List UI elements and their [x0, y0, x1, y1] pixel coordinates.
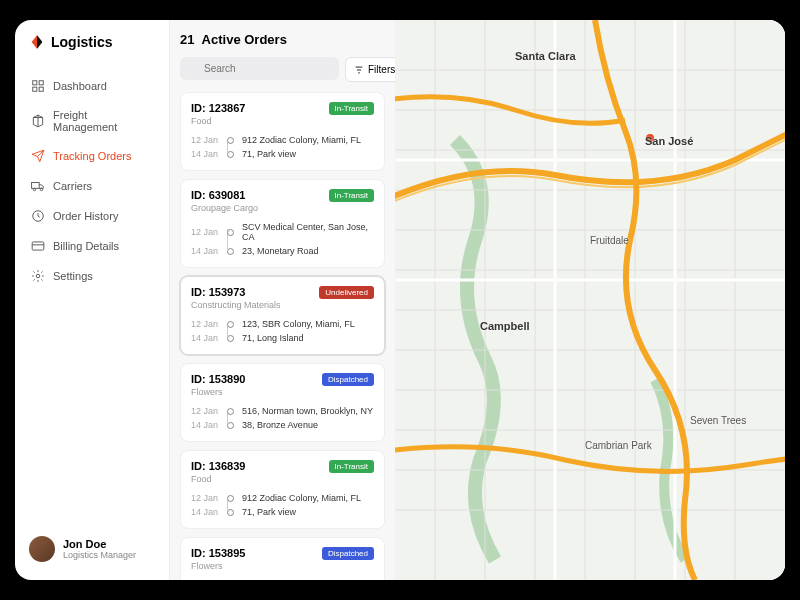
sidebar-item-freight-management[interactable]: Freight Management	[25, 102, 159, 140]
dot-icon	[227, 335, 234, 342]
dot-icon	[227, 495, 234, 502]
dot-icon	[227, 229, 234, 236]
route: 12 Jan311, geralt town, Brooklyn, NY14 J…	[191, 578, 374, 580]
order-type: Flowers	[191, 561, 374, 571]
map-label: Fruitdale	[590, 235, 629, 246]
order-card[interactable]: ID: 153890DispatchedFlowers12 Jan516, No…	[180, 363, 385, 442]
date: 12 Jan	[191, 135, 219, 145]
nav-label: Order History	[53, 210, 118, 222]
order-card[interactable]: ID: 153895DispatchedFlowers12 Jan311, ge…	[180, 537, 385, 580]
sidebar-item-tracking-orders[interactable]: Tracking Orders	[25, 142, 159, 170]
truck-icon	[31, 179, 45, 193]
map-label: Santa Clara	[515, 50, 576, 62]
order-list: ID: 123867In-TransitFood12 Jan912 Zodiac…	[180, 92, 385, 580]
map-view[interactable]: Santa ClaraSan JoséCampbellFruitdaleCamb…	[395, 20, 785, 580]
status-badge: In-Transit	[329, 102, 375, 115]
nav-label: Tracking Orders	[53, 150, 131, 162]
route-origin: 12 Jan311, geralt town, Brooklyn, NY	[191, 578, 374, 580]
date: 12 Jan	[191, 227, 219, 237]
route-destination: 14 Jan38, Bronze Avenue	[191, 418, 374, 432]
status-badge: In-Transit	[329, 189, 375, 202]
svg-rect-3	[39, 87, 43, 91]
order-type: Food	[191, 116, 374, 126]
nav-label: Carriers	[53, 180, 92, 192]
sidebar: Logistics DashboardFreight ManagementTra…	[15, 20, 170, 580]
date: 12 Jan	[191, 319, 219, 329]
order-card[interactable]: ID: 123867In-TransitFood12 Jan912 Zodiac…	[180, 92, 385, 171]
dot-icon	[227, 137, 234, 144]
svg-rect-13	[395, 20, 785, 580]
order-type: Flowers	[191, 387, 374, 397]
clock-icon	[31, 209, 45, 223]
user-name: Jon Doe	[63, 538, 136, 550]
filters-button[interactable]: Filters	[345, 57, 395, 82]
map-canvas	[395, 20, 785, 580]
route: 12 Jan123, SBR Colony, Miami, FL14 Jan71…	[191, 317, 374, 345]
dot-icon	[227, 422, 234, 429]
user-profile[interactable]: Jon Doe Logistics Manager	[25, 532, 159, 566]
order-card[interactable]: ID: 136839In-TransitFood12 Jan912 Zodiac…	[180, 450, 385, 529]
order-card[interactable]: ID: 153973UndeliveredConstructing Materi…	[180, 276, 385, 355]
order-card[interactable]: ID: 639081In-TransitGroupage Cargo12 Jan…	[180, 179, 385, 268]
sidebar-item-billing-details[interactable]: Billing Details	[25, 232, 159, 260]
route: 12 JanSCV Medical Center, San Jose, CA14…	[191, 220, 374, 258]
status-badge: Dispatched	[322, 373, 374, 386]
order-id: ID: 123867	[191, 102, 245, 114]
svg-rect-0	[33, 81, 37, 85]
route: 12 Jan912 Zodiac Colony, Miami, FL14 Jan…	[191, 133, 374, 161]
date: 14 Jan	[191, 507, 219, 517]
user-role: Logistics Manager	[63, 550, 136, 560]
address: 38, Bronze Avenue	[242, 420, 318, 430]
search-wrap	[180, 57, 339, 82]
nav-label: Settings	[53, 270, 93, 282]
status-badge: In-Transit	[329, 460, 375, 473]
svg-point-5	[33, 188, 35, 190]
address: 71, Park view	[242, 149, 296, 159]
sidebar-item-dashboard[interactable]: Dashboard	[25, 72, 159, 100]
brand-name: Logistics	[51, 34, 112, 50]
address: 71, Long Island	[242, 333, 304, 343]
route-origin: 12 Jan912 Zodiac Colony, Miami, FL	[191, 491, 374, 505]
sidebar-item-carriers[interactable]: Carriers	[25, 172, 159, 200]
dot-icon	[227, 509, 234, 516]
route-origin: 12 Jan912 Zodiac Colony, Miami, FL	[191, 133, 374, 147]
credit-card-icon	[31, 239, 45, 253]
package-icon	[31, 114, 45, 128]
address: 71, Park view	[242, 507, 296, 517]
route-destination: 14 Jan71, Long Island	[191, 331, 374, 345]
status-badge: Dispatched	[322, 547, 374, 560]
address: 123, SBR Colony, Miami, FL	[242, 319, 355, 329]
address: SCV Medical Center, San Jose, CA	[242, 222, 374, 242]
svg-point-6	[40, 188, 42, 190]
dot-icon	[227, 151, 234, 158]
dot-icon	[227, 248, 234, 255]
dot-icon	[227, 408, 234, 415]
route-destination: 14 Jan71, Park view	[191, 147, 374, 161]
filters-label: Filters	[368, 64, 395, 75]
address: 23, Monetary Road	[242, 246, 319, 256]
route: 12 Jan912 Zodiac Colony, Miami, FL14 Jan…	[191, 491, 374, 519]
brand-logo: Logistics	[25, 34, 159, 50]
svg-rect-4	[32, 183, 40, 189]
route-origin: 12 JanSCV Medical Center, San Jose, CA	[191, 220, 374, 244]
route-origin: 12 Jan516, Norman town, Brooklyn, NY	[191, 404, 374, 418]
orders-controls: Filters	[180, 57, 385, 82]
search-input[interactable]	[180, 57, 339, 80]
order-type: Constructing Materials	[191, 300, 374, 310]
order-id: ID: 153973	[191, 286, 245, 298]
date: 12 Jan	[191, 493, 219, 503]
sidebar-item-order-history[interactable]: Order History	[25, 202, 159, 230]
order-id: ID: 153890	[191, 373, 245, 385]
date: 12 Jan	[191, 406, 219, 416]
send-icon	[31, 149, 45, 163]
route-destination: 14 Jan71, Park view	[191, 505, 374, 519]
map-label: San José	[645, 135, 693, 147]
order-id: ID: 136839	[191, 460, 245, 472]
sidebar-item-settings[interactable]: Settings	[25, 262, 159, 290]
route-origin: 12 Jan123, SBR Colony, Miami, FL	[191, 317, 374, 331]
date: 14 Jan	[191, 420, 219, 430]
nav-label: Freight Management	[53, 109, 153, 133]
date: 14 Jan	[191, 149, 219, 159]
status-badge: Undelivered	[319, 286, 374, 299]
date: 14 Jan	[191, 333, 219, 343]
